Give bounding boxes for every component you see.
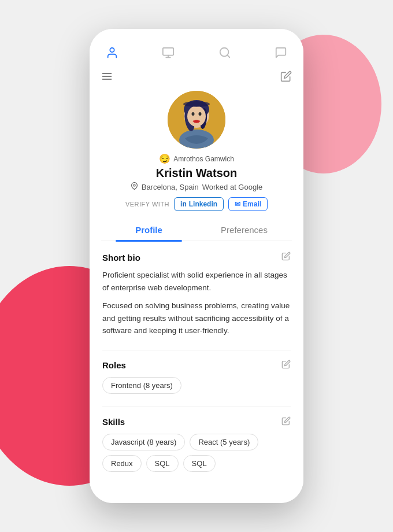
svg-rect-1: [163, 48, 173, 56]
header-edit-icon[interactable]: [280, 71, 292, 85]
phone-frame: 😏 Amrothos Gamwich Kristin Watson Barcel…: [90, 29, 303, 503]
svg-point-13: [187, 106, 206, 127]
svg-point-17: [183, 101, 210, 107]
user-name: Kristin Watson: [156, 167, 237, 180]
roles-header: Roles: [102, 360, 291, 371]
short-bio-title: Short bio: [102, 253, 140, 263]
svg-point-18: [134, 184, 135, 186]
verified-emoji: 😏: [159, 153, 170, 164]
skills-header: Skills: [102, 416, 291, 428]
skills-section: Skills Javascript (8 years) React (5 yea…: [102, 416, 291, 472]
hamburger-icon[interactable]: [101, 71, 113, 85]
cards-nav-icon[interactable]: [162, 46, 175, 62]
divider-1: [102, 350, 291, 350]
tabs: Profile Preferences: [101, 219, 292, 241]
tab-preferences[interactable]: Preferences: [196, 219, 292, 241]
divider-2: [102, 407, 291, 407]
svg-point-16: [194, 120, 199, 123]
header-area: 😏 Amrothos Gamwich Kristin Watson Barcel…: [90, 68, 303, 241]
verified-by-row: 😏 Amrothos Gamwich: [159, 153, 234, 164]
svg-point-14: [192, 112, 195, 116]
bio-paragraph-2: Focused on solving business problems, cr…: [102, 300, 291, 337]
email-verify-button[interactable]: ✉ Email: [228, 197, 268, 211]
skill-tag-redux: Redux: [102, 455, 142, 472]
roles-edit-icon[interactable]: [281, 360, 291, 371]
roles-section: Roles Frontend (8 years): [102, 360, 291, 394]
bio-paragraph-1: Proficient specialist with solid experie…: [102, 269, 291, 294]
search-nav-icon[interactable]: [218, 46, 231, 62]
linkedin-verify-button[interactable]: in Linkedin: [174, 197, 224, 211]
roles-tags: Frontend (8 years): [102, 377, 291, 394]
skill-tag-react: React (5 years): [190, 434, 258, 450]
person-nav-icon[interactable]: [106, 46, 118, 62]
svg-line-3: [227, 55, 229, 57]
location-text: Barcelona, Spain: [142, 183, 199, 191]
skills-title: Skills: [102, 417, 125, 427]
worked-at-text: Worked at Google: [202, 183, 263, 191]
roles-title: Roles: [102, 360, 126, 370]
top-nav: [90, 40, 303, 68]
linkedin-icon: in: [180, 200, 187, 208]
header-top-row: [101, 71, 292, 85]
email-label: Email: [243, 200, 261, 208]
verify-label: VERIFY WITH: [125, 201, 169, 208]
tab-profile[interactable]: Profile: [101, 219, 196, 241]
verified-by-name: Amrothos Gamwich: [173, 155, 234, 163]
user-meta: Barcelona, Spain Worked at Google: [131, 182, 263, 191]
linkedin-label: Linkedin: [189, 200, 217, 208]
svg-point-0: [110, 48, 114, 52]
avatar: [168, 91, 225, 149]
location-icon: [131, 182, 138, 191]
verify-row: VERIFY WITH in Linkedin ✉ Email: [125, 197, 268, 211]
content-area: Short bio Proficient specialist with sol…: [90, 241, 303, 503]
skill-tag-sql-1: SQL: [146, 455, 179, 472]
role-tag-frontend: Frontend (8 years): [102, 377, 181, 394]
skills-edit-icon[interactable]: [281, 416, 291, 428]
short-bio-edit-icon[interactable]: [281, 252, 291, 263]
email-icon: ✉: [235, 200, 240, 208]
skill-tag-sql-2: SQL: [183, 455, 216, 472]
short-bio-header: Short bio: [102, 252, 291, 263]
short-bio-section: Short bio Proficient specialist with sol…: [102, 252, 291, 337]
status-bar: [90, 29, 303, 40]
skills-tags: Javascript (8 years) React (5 years) Red…: [102, 434, 291, 472]
skill-tag-javascript: Javascript (8 years): [102, 434, 185, 450]
svg-point-15: [199, 112, 202, 116]
message-nav-icon[interactable]: [275, 46, 287, 62]
